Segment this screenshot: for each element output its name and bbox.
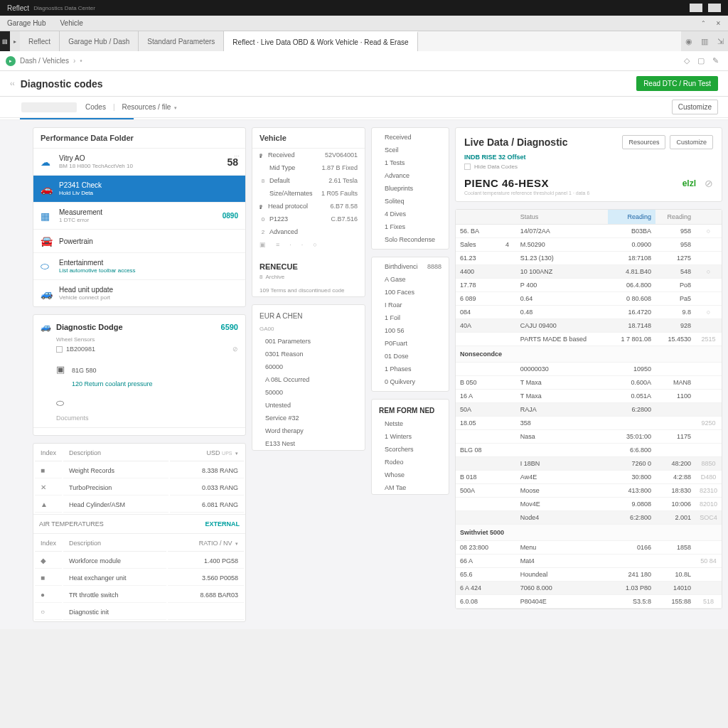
table-row[interactable]: 0840.4816.47209.8○	[456, 306, 722, 319]
table-row[interactable]: Nasa35:01:001175	[456, 430, 722, 444]
table-row[interactable]: Node46:2:8002.001SOC4	[456, 511, 722, 525]
col-head-5[interactable]	[695, 210, 722, 225]
eye-icon[interactable]: ◉	[681, 31, 697, 51]
list-item[interactable]: Service #32	[252, 412, 365, 424]
list-item[interactable]: Birthdivenci8888	[372, 260, 449, 273]
col-head-3[interactable]: Reading	[608, 210, 655, 225]
table-row[interactable]: 440010 100ANZ4.81.B40548○	[456, 265, 722, 279]
list-item[interactable]: 0301 Reason	[252, 348, 365, 360]
list-item[interactable]: Scorchers	[372, 443, 449, 456]
table-row[interactable]: Sales4M.502900.0900958	[456, 238, 722, 252]
grid-icon[interactable]: ▣	[259, 241, 266, 248]
customize-button[interactable]: Customize	[672, 100, 718, 114]
col-ratio[interactable]: RATIO / NV ▾	[168, 535, 244, 552]
tab-params[interactable]: Standard Parameters	[139, 31, 224, 51]
table-row[interactable]: ✕TurboPrecision0.033 RANG	[35, 480, 244, 496]
table-row[interactable]: 50ARAJA6:2800	[456, 403, 722, 417]
kebab-icon[interactable]: ⋯	[234, 153, 240, 159]
table-row[interactable]: B 018Aw4E30:8004:2:88D480	[456, 471, 722, 484]
table-row[interactable]: 61.23S1.23 (130)18:71081275	[456, 252, 722, 265]
list-item[interactable]: Untested	[252, 399, 365, 412]
list-item[interactable]: Mid Type1.87 B Fixed	[252, 161, 365, 174]
table-row[interactable]: ○Diagnostic init	[35, 604, 244, 620]
app-icon[interactable]: ▤	[0, 31, 10, 51]
circle-icon[interactable]: ○	[313, 241, 316, 248]
panel-icon[interactable]: ▢	[694, 56, 708, 65]
table-row[interactable]: 0000003010950	[456, 363, 722, 376]
col-desc[interactable]: Description	[63, 445, 168, 461]
list-item[interactable]: 100 56	[372, 324, 449, 337]
list-icon[interactable]: ≡	[276, 241, 279, 248]
col-index[interactable]: Index	[35, 445, 62, 461]
columns-icon[interactable]: ▥	[697, 31, 712, 51]
list-item[interactable]: 1 Foil	[372, 311, 449, 324]
vehicle-item-3[interactable]: 🚘 Powertrain	[33, 230, 245, 253]
table-row[interactable]: ◆Workforce module1.400 PG58	[35, 553, 244, 569]
checkbox-icon[interactable]	[56, 346, 63, 353]
table-row[interactable]: PARTS MADE B based1 7 801.0815.45302515	[456, 333, 722, 346]
table-row[interactable]: ●TR throttle switch8.688 BAR03	[35, 587, 244, 603]
vehicle-item-2[interactable]: ▦ Measurement1 DTC error 0890	[33, 203, 245, 230]
col-head-4[interactable]: Reading	[655, 210, 695, 225]
list-item[interactable]: 60000	[252, 360, 365, 373]
tag-icon[interactable]: ◇	[680, 56, 694, 65]
table-row[interactable]: 56. BA14/07/2AAB03BA958○	[456, 225, 722, 238]
window-min-icon[interactable]	[690, 4, 702, 12]
list-item[interactable]: I Roar	[372, 299, 449, 311]
list-item[interactable]: Soliteq	[372, 195, 449, 208]
list-item[interactable]: •Received52V064001	[252, 149, 365, 161]
back-icon[interactable]: ‹‹	[10, 80, 15, 87]
tab-reflect[interactable]: Reflect	[20, 31, 60, 51]
list-item[interactable]: Whose	[372, 469, 449, 481]
table-row[interactable]: ■Heat exchanger unit3.560 P0058	[35, 570, 244, 586]
table-row[interactable]: I 18BN7260 048:2008850	[456, 457, 722, 471]
list-item[interactable]: Sceil	[372, 144, 449, 156]
list-item[interactable]: 1 Fixes	[372, 220, 449, 233]
vehicle-item-0[interactable]: ☁ Vitry AOBM 18 H800 TechAcctVeh 10 58 ⋯	[33, 149, 245, 176]
list-item[interactable]: A 08L Occurred	[252, 373, 365, 386]
col-desc2[interactable]: Description	[63, 535, 166, 552]
menu-garage[interactable]: Garage Hub	[7, 19, 46, 27]
checkbox-icon[interactable]	[464, 164, 471, 170]
list-item[interactable]: •Head protocol6.B7 8.58	[252, 200, 365, 213]
list-item[interactable]: 0P1223C.B7.516	[252, 213, 365, 225]
table-row[interactable]: 17.78P 40006.4.800Po8	[456, 279, 722, 292]
list-item[interactable]: Word therapy	[252, 424, 365, 437]
list-item[interactable]: 0 Quikvery	[372, 375, 449, 388]
list-item[interactable]: AM Tae	[372, 481, 449, 494]
table-row[interactable]: 66 AMat450 84	[456, 555, 722, 568]
col-index2[interactable]: Index	[35, 535, 62, 552]
list-item[interactable]: Rodeo	[372, 456, 449, 469]
table-row[interactable]: Mov4E9.080810:00682010	[456, 498, 722, 511]
list-item[interactable]: Size/Alternates1 R05 Faults	[252, 187, 365, 200]
table-row[interactable]: 65.6Houndeal241 18010.8L	[456, 568, 722, 582]
table-row[interactable]: 6 0890.640 80.608Pa5	[456, 292, 722, 306]
table-row[interactable]: 6.0.08P80404ES3.5:8155:88518	[456, 595, 722, 609]
col-usd[interactable]: USD UPS ▾	[170, 445, 244, 461]
tab-livedata[interactable]: Reflect · Live Data OBD & Work Vehicle ·…	[224, 31, 417, 51]
list-item[interactable]: P0Fuart	[372, 337, 449, 350]
hide-codes-check[interactable]: Hide Data Codes	[464, 164, 713, 170]
customize-button-2[interactable]: Customize	[670, 135, 713, 149]
edit-icon[interactable]: ✎	[708, 56, 722, 65]
link-icon[interactable]: ⊘	[232, 346, 238, 353]
list-item[interactable]: E133 Nest	[252, 437, 365, 450]
list-item[interactable]: 100 Faces	[372, 286, 449, 299]
list-item[interactable]: Advance	[372, 169, 449, 182]
menu-vehicle[interactable]: Vehicle	[60, 19, 82, 27]
col-head-1[interactable]	[501, 210, 516, 225]
list-item[interactable]: 50000	[252, 386, 365, 399]
table-row[interactable]: ▲Head Cylinder/ASM6.081 RANG	[35, 497, 244, 513]
tab-prev-icon[interactable]: ▸	[10, 31, 20, 51]
primary-action-button[interactable]: Read DTC / Run Test	[636, 76, 718, 91]
table-row[interactable]: 6 A 4247060 8.0001.03 P8014010	[456, 582, 722, 595]
filter-resources[interactable]: Resources / file ▾	[122, 103, 178, 111]
list-item[interactable]: 01 Dose	[372, 350, 449, 363]
list-item[interactable]: A Gase	[372, 273, 449, 286]
vehicle-item-4[interactable]: ⬭ EntertainmentList automotive toolbar a…	[33, 253, 245, 280]
breadcrumb-root[interactable]: Dash / Vehicles	[20, 57, 69, 65]
table-row[interactable]: ■Weight Records8.338 RANG	[35, 463, 244, 478]
filter-codes[interactable]: Codes	[85, 103, 106, 111]
chevron-up-icon[interactable]: ⌃	[701, 20, 706, 26]
table-row[interactable]: 18.053589250	[456, 417, 722, 430]
